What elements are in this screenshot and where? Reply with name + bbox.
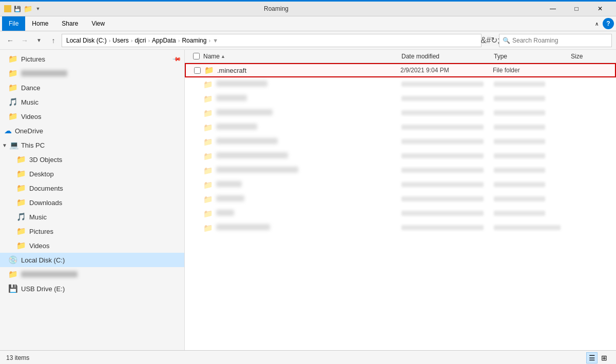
checkbox-minecraft[interactable] [194, 67, 201, 74]
col-header-type[interactable]: Type [494, 53, 571, 60]
sidebar-item-music-pc[interactable]: 🎵 Music [0, 210, 184, 224]
window-title: Roaming [11, 5, 541, 12]
folder-icon-documents: 📁 [16, 184, 26, 193]
file-type-b7 [494, 167, 571, 174]
file-date-b6 [401, 153, 494, 160]
search-box[interactable]: 🔍 [499, 34, 612, 47]
sidebar-item-downloads[interactable]: 📁 Downloads [0, 195, 184, 210]
file-row-blurred-3[interactable]: 📁 [185, 106, 616, 120]
file-row-blurred-1[interactable]: 📁 [185, 77, 616, 92]
file-row-blurred-10[interactable]: 📁 [185, 207, 616, 221]
back-button[interactable]: ← [4, 34, 16, 47]
file-name-b6 [216, 152, 401, 160]
file-date-b8 [401, 181, 494, 189]
sidebar-item-local-disk[interactable]: 💿 Local Disk (C:) [0, 253, 184, 267]
sidebar-label-music-top: Music [21, 98, 38, 106]
file-row-blurred-4[interactable]: 📁 [185, 120, 616, 135]
tab-share[interactable]: Share [55, 16, 85, 31]
file-type-minecraft: File folder [493, 67, 570, 74]
tab-file[interactable]: File [2, 16, 25, 31]
file-row-blurred-11[interactable]: 📁 [185, 221, 616, 235]
breadcrumb-djcri: djcri [134, 37, 146, 44]
folder-icon-b8: 📁 [203, 180, 213, 190]
sidebar-item-dance[interactable]: 📁 Dance [0, 80, 184, 95]
folder-icon-minecraft: 📁 [204, 66, 214, 75]
folder-icon-b1: 📁 [203, 80, 213, 89]
file-date-b4 [401, 124, 494, 131]
sidebar-item-3dobjects[interactable]: 📁 3D Objects [0, 152, 184, 167]
sidebar-item-music-top[interactable]: 🎵 Music [0, 95, 184, 109]
file-name-b5 [216, 138, 401, 146]
sidebar-label-pictures-pc: Pictures [29, 228, 53, 235]
sidebar-item-pictures-pc[interactable]: 📁 Pictures [0, 224, 184, 238]
ribbon-collapse-icon[interactable]: ∧ [593, 20, 601, 28]
file-checkbox-minecraft [190, 67, 204, 74]
sidebar-item-pictures-top[interactable]: 📁 Pictures 📌 [0, 52, 184, 66]
col-header-date[interactable]: Date modified [401, 53, 494, 60]
status-count: 13 items [6, 354, 29, 361]
tab-view[interactable]: View [85, 16, 111, 31]
sidebar-item-documents[interactable]: 📁 Documents [0, 181, 184, 195]
breadcrumb-users: Users [112, 37, 128, 44]
file-row-blurred-9[interactable]: 📁 [185, 192, 616, 207]
file-row-blurred-7[interactable]: 📁 [185, 164, 616, 178]
sidebar-item-usb-drive[interactable]: 💾 USB Drive (E:) [0, 281, 184, 296]
breadcrumb-sep-4: › [178, 37, 180, 44]
file-row-blurred-5[interactable]: 📁 [185, 135, 616, 149]
forward-button[interactable]: → [18, 34, 31, 47]
folder-icon: 📁 [8, 54, 18, 64]
tab-home[interactable]: Home [25, 16, 55, 31]
ribbon-expand: ∧ ? [593, 18, 616, 29]
folder-icon-b5: 📁 [203, 137, 213, 147]
folder-icon-b2: 📁 [203, 94, 213, 104]
file-row-blurred-6[interactable]: 📁 [185, 149, 616, 164]
sidebar-item-blurred-1[interactable]: 📁 [0, 66, 184, 80]
sidebar-item-blurred-2[interactable]: 📁 [0, 267, 184, 281]
breadcrumb-appdata: AppData [152, 37, 176, 44]
breadcrumb[interactable]: Local Disk (C:) › Users › djcri › AppDat… [62, 34, 482, 47]
close-button[interactable]: ✕ [588, 1, 612, 17]
folder-icon-b9: 📁 [203, 195, 213, 204]
file-date-b5 [401, 138, 494, 146]
address-bar: ← → ▼ ↑ Local Disk (C:) › Users › djcri … [0, 31, 616, 50]
sidebar-item-videos-top[interactable]: 📁 Videos [0, 109, 184, 124]
maximize-button[interactable]: □ [565, 1, 588, 17]
file-name-b8 [216, 181, 401, 189]
file-date-b7 [401, 167, 494, 174]
column-headers: Name ▲ Date modified Type Size [185, 50, 616, 63]
sidebar-label-desktop: Desktop [29, 170, 54, 178]
file-type-b5 [494, 138, 571, 146]
sidebar-label-this-pc: This PC [21, 141, 45, 149]
search-icon: 🔍 [503, 37, 510, 44]
folder-icon-b6: 📁 [203, 152, 213, 161]
sidebar-label-music-pc: Music [29, 213, 47, 221]
file-type-b6 [494, 153, 571, 160]
up-button[interactable]: ↑ [47, 34, 60, 47]
select-all-checkbox[interactable] [193, 53, 200, 59]
usb-icon: 💾 [8, 284, 18, 293]
minimize-button[interactable]: — [541, 1, 565, 17]
breadcrumb-dropdown-icon[interactable]: ▼ [213, 37, 218, 44]
folder-icon-dance: 📁 [8, 83, 18, 92]
help-button[interactable]: ? [603, 18, 614, 29]
sidebar-item-videos-pc[interactable]: 📁 Videos [0, 238, 184, 253]
large-icon-view-button[interactable]: ⊞ [599, 352, 610, 363]
refresh-button[interactable]: &#↻; [484, 34, 497, 47]
sidebar-label-3dobjects: 3D Objects [29, 156, 62, 164]
pin-icon: 📌 [171, 54, 181, 64]
file-date-b9 [401, 196, 494, 203]
file-row-minecraft[interactable]: 📁 .minecraft 2/9/2021 9:04 PM File folde… [185, 63, 616, 77]
folder-icon-desktop: 📁 [16, 169, 26, 178]
sidebar-item-onedrive[interactable]: ☁ OneDrive [0, 124, 184, 138]
sidebar-this-pc-header[interactable]: ▼ 💻 This PC [0, 138, 184, 152]
col-header-name[interactable]: Name ▲ [203, 53, 401, 60]
search-input[interactable] [512, 37, 608, 44]
sidebar-item-desktop[interactable]: 📁 Desktop [0, 167, 184, 181]
recent-button[interactable]: ▼ [33, 34, 45, 47]
col-header-size[interactable]: Size [571, 53, 612, 60]
folder-icon-pictures-pc: 📁 [16, 227, 26, 236]
list-view-button[interactable]: ☰ [586, 352, 598, 363]
file-row-blurred-2[interactable]: 📁 [185, 92, 616, 106]
expand-arrow-thispc: ▼ [2, 143, 7, 148]
file-row-blurred-8[interactable]: 📁 [185, 178, 616, 192]
